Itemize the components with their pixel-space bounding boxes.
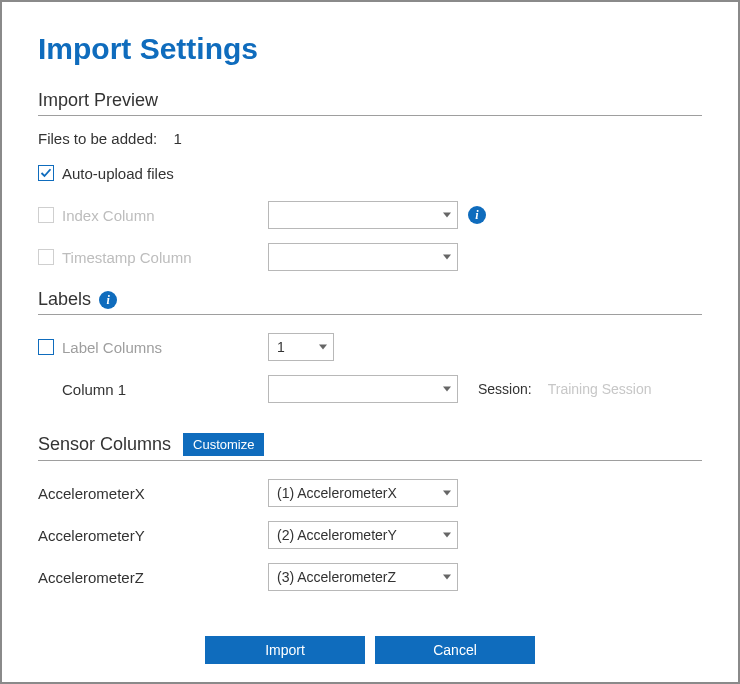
- files-label: Files to be added:: [38, 130, 157, 147]
- sensor-name: AccelerometerY: [38, 527, 145, 544]
- dialog-title: Import Settings: [38, 32, 702, 66]
- session-label: Session:: [478, 381, 532, 397]
- customize-button[interactable]: Customize: [183, 433, 264, 456]
- sensor-select-value: (3) AccelerometerZ: [277, 569, 396, 585]
- label-columns-count-select[interactable]: 1: [268, 333, 334, 361]
- import-settings-dialog: Import Settings Import Preview Files to …: [0, 0, 740, 684]
- files-to-be-added: Files to be added: 1: [38, 130, 702, 147]
- section-rule: [38, 314, 702, 315]
- cancel-button[interactable]: Cancel: [375, 636, 535, 664]
- index-column-label: Index Column: [62, 207, 155, 224]
- sensor-select-accelerometerz[interactable]: (3) AccelerometerZ: [268, 563, 458, 591]
- chevron-down-icon: [443, 491, 451, 496]
- timestamp-column-select[interactable]: [268, 243, 458, 271]
- index-column-checkbox[interactable]: [38, 207, 54, 223]
- section-rule: [38, 115, 702, 116]
- sensor-select-value: (1) AccelerometerX: [277, 485, 397, 501]
- column1-select[interactable]: [268, 375, 458, 403]
- sensor-row: AccelerometerY (2) AccelerometerY: [38, 517, 702, 553]
- label-columns-label: Label Columns: [62, 339, 162, 356]
- index-column-select[interactable]: [268, 201, 458, 229]
- session-value: Training Session: [548, 381, 652, 397]
- timestamp-column-checkbox[interactable]: [38, 249, 54, 265]
- section-rule: [38, 460, 702, 461]
- chevron-down-icon: [443, 533, 451, 538]
- sensor-select-value: (2) AccelerometerY: [277, 527, 397, 543]
- import-button[interactable]: Import: [205, 636, 365, 664]
- section-heading-preview-text: Import Preview: [38, 90, 158, 111]
- chevron-down-icon: [443, 575, 451, 580]
- auto-upload-label: Auto-upload files: [62, 165, 174, 182]
- sensor-name: AccelerometerZ: [38, 569, 144, 586]
- chevron-down-icon: [443, 213, 451, 218]
- section-heading-sensor: Sensor Columns Customize: [38, 433, 702, 456]
- sensor-row: AccelerometerX (1) AccelerometerX: [38, 475, 702, 511]
- section-heading-sensor-text: Sensor Columns: [38, 434, 171, 455]
- column1-label: Column 1: [62, 381, 126, 398]
- sensor-select-accelerometerx[interactable]: (1) AccelerometerX: [268, 479, 458, 507]
- section-heading-labels-text: Labels: [38, 289, 91, 310]
- info-icon[interactable]: i: [99, 291, 117, 309]
- section-heading-labels: Labels i: [38, 289, 702, 310]
- chevron-down-icon: [319, 345, 327, 350]
- section-heading-preview: Import Preview: [38, 90, 702, 111]
- chevron-down-icon: [443, 255, 451, 260]
- chevron-down-icon: [443, 387, 451, 392]
- info-icon[interactable]: i: [468, 206, 486, 224]
- timestamp-column-label: Timestamp Column: [62, 249, 191, 266]
- sensor-row: AccelerometerZ (3) AccelerometerZ: [38, 559, 702, 595]
- label-columns-checkbox[interactable]: [38, 339, 54, 355]
- label-columns-count-value: 1: [277, 339, 285, 355]
- auto-upload-checkbox[interactable]: [38, 165, 54, 181]
- files-count: 1: [173, 130, 181, 147]
- dialog-button-bar: Import Cancel: [2, 636, 738, 664]
- sensor-select-accelerometery[interactable]: (2) AccelerometerY: [268, 521, 458, 549]
- sensor-name: AccelerometerX: [38, 485, 145, 502]
